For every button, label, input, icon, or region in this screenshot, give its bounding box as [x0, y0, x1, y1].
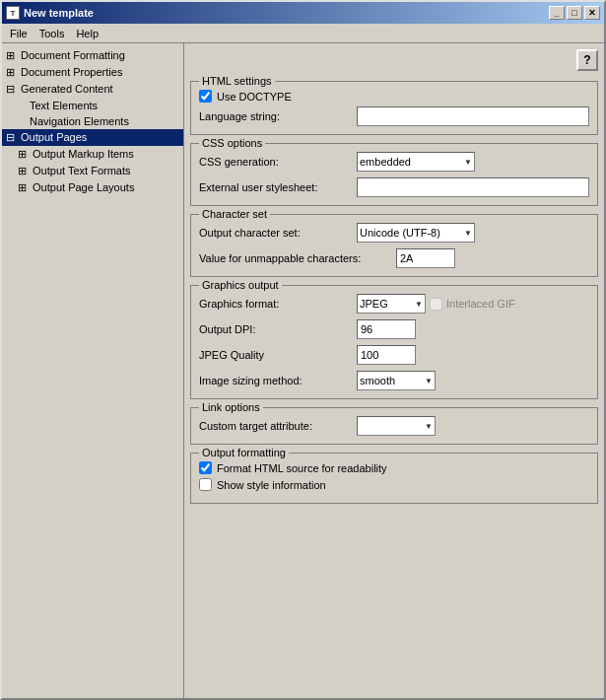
jpeg-quality-label: JPEG Quality: [199, 349, 357, 361]
unmappable-chars-input[interactable]: [396, 248, 455, 268]
sidebar-item-output-pages[interactable]: ⊟ Output Pages: [2, 129, 183, 146]
close-button[interactable]: ✕: [584, 6, 600, 20]
css-options-section: CSS options CSS generation: embedded ext…: [190, 143, 598, 206]
expand-icon: ⊞: [18, 165, 30, 177]
sidebar-item-document-properties[interactable]: ⊞ Document Properties: [2, 64, 183, 81]
character-set-label: Character set: [199, 208, 270, 220]
minimize-button[interactable]: _: [549, 6, 565, 20]
use-doctype-row: Use DOCTYPE: [199, 90, 589, 103]
sidebar-item-output-text-formats[interactable]: ⊞ Output Text Formats: [2, 163, 183, 179]
expand-icon: ⊟: [6, 131, 18, 144]
output-dpi-input[interactable]: [357, 319, 416, 339]
titlebar-buttons: _ □ ✕: [549, 6, 600, 20]
unmappable-chars-label: Value for unmappable characters:: [199, 252, 396, 264]
expand-icon: ⊟: [6, 83, 18, 96]
output-formatting-section: Output formatting Format HTML source for…: [190, 453, 598, 504]
graphics-format-select-wrapper: JPEG PNG GIF: [357, 294, 426, 314]
sidebar-item-output-page-layouts[interactable]: ⊞ Output Page Layouts: [2, 179, 183, 196]
maximize-button[interactable]: □: [567, 6, 582, 20]
graphics-format-label: Graphics format:: [199, 298, 357, 310]
language-string-label: Language string:: [199, 110, 357, 122]
sidebar-item-document-formatting[interactable]: ⊞ Document Formatting: [2, 47, 183, 64]
help-button[interactable]: ?: [576, 49, 598, 71]
language-string-row: Language string:: [199, 106, 589, 126]
use-doctype-checkbox[interactable]: [199, 90, 212, 103]
format-html-label: Format HTML source for readability: [217, 462, 387, 474]
main-content: ⊞ Document Formatting ⊞ Document Propert…: [2, 43, 604, 698]
sidebar: ⊞ Document Formatting ⊞ Document Propert…: [2, 43, 184, 698]
css-generation-label: CSS generation:: [199, 156, 357, 168]
sidebar-item-navigation-elements[interactable]: Navigation Elements: [2, 113, 183, 129]
graphics-format-controls: JPEG PNG GIF Interlaced GIF: [357, 294, 515, 314]
external-stylesheet-row: External user stylesheet:: [199, 177, 589, 197]
show-style-row: Show style information: [199, 478, 589, 491]
css-generation-select[interactable]: embedded external inline none: [357, 152, 475, 172]
graphics-format-select[interactable]: JPEG PNG GIF: [357, 294, 426, 314]
menu-help[interactable]: Help: [70, 26, 104, 41]
css-generation-row: CSS generation: embedded external inline…: [199, 152, 589, 172]
output-formatting-label: Output formatting: [199, 447, 289, 458]
window-icon: T: [6, 6, 20, 20]
sidebar-item-text-elements[interactable]: Text Elements: [2, 98, 183, 113]
titlebar: T New template _ □ ✕: [2, 2, 604, 24]
expand-icon: ⊞: [18, 148, 30, 161]
language-string-input[interactable]: [357, 106, 589, 126]
sidebar-item-generated-content[interactable]: ⊟ Generated Content: [2, 81, 183, 98]
format-html-checkbox[interactable]: [199, 461, 212, 474]
css-generation-select-wrapper: embedded external inline none: [357, 152, 475, 172]
jpeg-quality-input[interactable]: [357, 345, 416, 365]
css-options-label: CSS options: [199, 137, 265, 149]
custom-target-select[interactable]: _blank _self _top _parent: [357, 416, 436, 436]
external-stylesheet-label: External user stylesheet:: [199, 181, 357, 193]
link-options-label: Link options: [199, 401, 263, 413]
expand-icon: ⊞: [6, 66, 18, 79]
custom-target-label: Custom target attribute:: [199, 420, 357, 432]
image-sizing-select-wrapper: smooth fast bicubic: [357, 371, 436, 390]
expand-icon: ⊞: [6, 49, 18, 62]
menu-file[interactable]: File: [4, 26, 34, 41]
custom-target-select-wrapper: _blank _self _top _parent: [357, 416, 436, 436]
interlaced-gif-label: Interlaced GIF: [446, 298, 515, 310]
graphics-format-row: Graphics format: JPEG PNG GIF Interlaced…: [199, 294, 589, 314]
main-window: T New template _ □ ✕ File Tools Help ⊞ D…: [0, 0, 606, 700]
unmappable-chars-row: Value for unmappable characters:: [199, 248, 589, 268]
show-style-label: Show style information: [217, 479, 326, 491]
format-html-row: Format HTML source for readability: [199, 461, 589, 474]
menubar: File Tools Help: [2, 24, 604, 43]
character-set-section: Character set Output character set: Unic…: [190, 214, 598, 277]
link-options-section: Link options Custom target attribute: _b…: [190, 407, 598, 445]
custom-target-row: Custom target attribute: _blank _self _t…: [199, 416, 589, 436]
html-settings-section: HTML settings Use DOCTYPE Language strin…: [190, 81, 598, 135]
show-style-checkbox[interactable]: [199, 478, 212, 491]
right-panel: ? HTML settings Use DOCTYPE Language str…: [184, 43, 604, 698]
graphics-output-section: Graphics output Graphics format: JPEG PN…: [190, 285, 598, 399]
graphics-output-label: Graphics output: [199, 279, 282, 291]
external-stylesheet-input[interactable]: [357, 177, 589, 197]
interlaced-gif-checkbox[interactable]: [430, 298, 442, 311]
jpeg-quality-row: JPEG Quality: [199, 345, 589, 365]
output-charset-row: Output character set: Unicode (UTF-8) IS…: [199, 223, 589, 243]
output-dpi-label: Output DPI:: [199, 323, 357, 335]
window-title: New template: [24, 7, 549, 19]
image-sizing-label: Image sizing method:: [199, 375, 357, 386]
html-settings-label: HTML settings: [199, 75, 275, 87]
output-charset-select-wrapper: Unicode (UTF-8) ISO-8859-1 UTF-16: [357, 223, 475, 243]
expand-icon: ⊞: [18, 181, 30, 194]
use-doctype-label: Use DOCTYPE: [217, 91, 292, 103]
menu-tools[interactable]: Tools: [34, 26, 71, 41]
image-sizing-select[interactable]: smooth fast bicubic: [357, 371, 436, 390]
image-sizing-row: Image sizing method: smooth fast bicubic: [199, 371, 589, 390]
output-charset-select[interactable]: Unicode (UTF-8) ISO-8859-1 UTF-16: [357, 223, 475, 243]
output-dpi-row: Output DPI:: [199, 319, 589, 339]
output-charset-label: Output character set:: [199, 227, 357, 239]
sidebar-item-output-markup-items[interactable]: ⊞ Output Markup Items: [2, 146, 183, 163]
